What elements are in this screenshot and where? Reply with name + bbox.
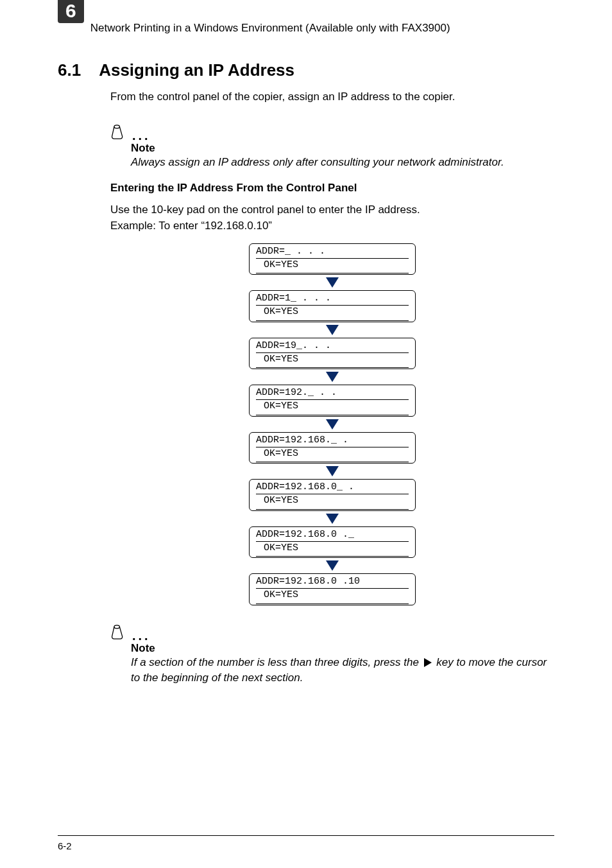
- down-arrow-icon: [326, 514, 339, 524]
- note-dots: ...: [132, 128, 151, 143]
- footer-rule: [58, 835, 554, 836]
- page-number: 6-2: [58, 840, 72, 851]
- note-body-2: If a section of the number is less than …: [131, 655, 554, 686]
- down-arrow-icon: [326, 372, 339, 382]
- subsection-heading: Entering the IP Address From the Control…: [110, 182, 554, 195]
- note-label-2: Note: [131, 642, 554, 655]
- lcd-line2: OK=YES: [256, 354, 409, 368]
- note-dots: ...: [132, 629, 151, 643]
- note-icon: [110, 123, 132, 143]
- lcd-line2: OK=YES: [256, 495, 409, 509]
- note-body-2-pre: If a section of the number is less than …: [131, 656, 422, 668]
- down-arrow-icon: [326, 466, 339, 476]
- subsection-line-2: Example: To enter “192.168.0.10”: [110, 218, 554, 234]
- lcd-line1: ADDR=192.168.0 .10: [256, 576, 409, 589]
- lcd-line2: OK=YES: [256, 306, 409, 320]
- svg-point-0: [114, 125, 120, 128]
- lcd-panel: ADDR=192.168.0 .10OK=YES: [249, 573, 416, 605]
- right-arrow-key-icon: [424, 658, 432, 667]
- down-arrow-icon: [326, 419, 339, 430]
- section-title: Assigning an IP Address: [99, 60, 294, 80]
- note-body-1: Always assign an IP address only after c…: [131, 155, 554, 171]
- lcd-panel: ADDR=192.168._ .OK=YES: [249, 432, 416, 464]
- down-arrow-icon: [326, 325, 339, 335]
- chapter-badge: 6: [58, 0, 84, 23]
- lcd-panel: ADDR=192.168.0_ .OK=YES: [249, 479, 416, 511]
- lcd-panel: ADDR=1_ . . .OK=YES: [249, 290, 416, 322]
- note-icon: [110, 623, 132, 643]
- lcd-line1: ADDR=19_. . .: [256, 340, 409, 353]
- chapter-title: Network Printing in a Windows Environmen…: [90, 19, 450, 35]
- lcd-sequence: ADDR=_ . . .OK=YES ADDR=1_ . . .OK=YES A…: [110, 243, 554, 605]
- section-number: 6.1: [58, 60, 81, 80]
- lcd-line1: ADDR=1_ . . .: [256, 293, 409, 306]
- lcd-line1: ADDR=192._ . .: [256, 387, 409, 400]
- note-label-1: Note: [131, 142, 554, 155]
- section-header: 6.1 Assigning an IP Address: [58, 60, 554, 80]
- svg-point-1: [114, 625, 120, 628]
- lcd-line2: OK=YES: [256, 589, 409, 603]
- lcd-line1: ADDR=192.168._ .: [256, 435, 409, 447]
- lcd-panel: ADDR=192.168.0 ._OK=YES: [249, 526, 416, 559]
- lcd-panel: ADDR=192._ . .OK=YES: [249, 385, 416, 417]
- lcd-line1: ADDR=192.168.0 ._: [256, 529, 409, 542]
- section-intro: From the control panel of the copier, as…: [110, 89, 554, 105]
- lcd-line2: OK=YES: [256, 259, 409, 273]
- subsection-line-1: Use the 10-key pad on the control panel …: [110, 202, 554, 218]
- lcd-line2: OK=YES: [256, 448, 409, 462]
- lcd-line2: OK=YES: [256, 401, 409, 415]
- down-arrow-icon: [326, 560, 339, 571]
- down-arrow-icon: [326, 277, 339, 288]
- note-block-2: ... Note If a section of the number is l…: [110, 623, 554, 686]
- lcd-line1: ADDR=192.168.0_ .: [256, 482, 409, 494]
- note-block-1: ... Note Always assign an IP address onl…: [110, 123, 554, 171]
- page-header: 6 Network Printing in a Windows Environm…: [58, 19, 554, 35]
- lcd-line2: OK=YES: [256, 542, 409, 557]
- lcd-panel: ADDR=_ . . .OK=YES: [249, 243, 416, 275]
- lcd-panel: ADDR=19_. . .OK=YES: [249, 338, 416, 370]
- lcd-line1: ADDR=_ . . .: [256, 246, 409, 259]
